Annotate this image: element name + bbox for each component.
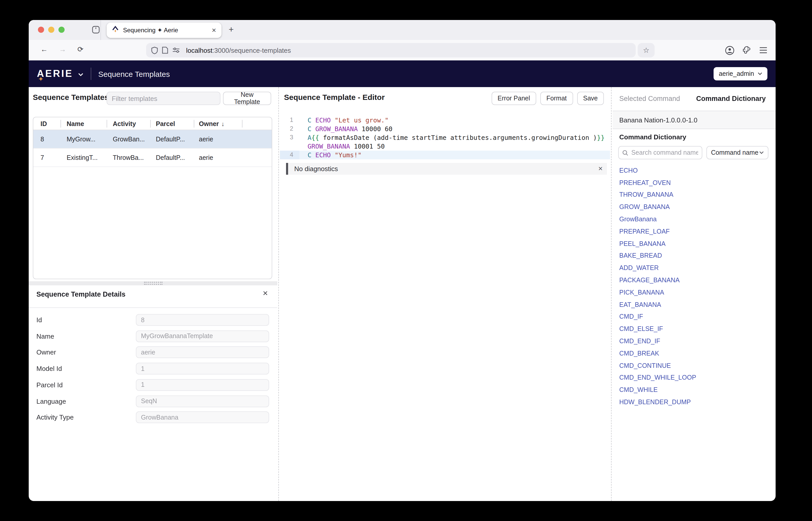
address-bar[interactable]: localhost:3000/sequence-templates (146, 43, 636, 58)
command-item[interactable]: ADD_WATER (613, 262, 775, 274)
column-header-owner[interactable]: Owner↓ (199, 117, 224, 130)
templates-table-header[interactable]: IDNameActivityParcelOwner↓ (33, 117, 272, 130)
column-header-parcel[interactable]: Parcel (156, 117, 175, 130)
command-item[interactable]: CMD_BREAK (613, 347, 775, 360)
detail-row: Name (29, 330, 277, 342)
cell-owner: aerie (199, 130, 213, 149)
command-item[interactable]: HDW_BLENDER_DUMP (613, 396, 775, 408)
diagnostics-message: No diagnostics (294, 165, 338, 173)
code-token: }} (597, 134, 605, 141)
filter-templates-input[interactable] (107, 92, 220, 105)
column-header-activity[interactable]: Activity (113, 117, 136, 130)
app-menu-chevron-down-icon[interactable] (78, 69, 83, 78)
code-token: {{ (311, 134, 319, 141)
command-item[interactable]: PEEL_BANANA (613, 238, 775, 250)
cell-name: ExistingT... (67, 149, 98, 167)
cell-name: MyGrow... (67, 130, 95, 149)
command-item[interactable]: CMD_WHILE (613, 384, 775, 396)
aerie-logo[interactable]: AERIE✦ (37, 68, 73, 80)
code-line[interactable]: GROW_BANANA 10001 50 (280, 142, 610, 151)
detail-input-activity-type (136, 411, 269, 423)
command-item[interactable]: GrowBanana (613, 213, 775, 225)
dictionary-section-title: Command Dictionary (619, 133, 686, 141)
shield-icon (151, 46, 158, 54)
detail-input-parcel-id (136, 379, 269, 391)
cell-activity: ThrowBa... (113, 149, 144, 167)
details-close-icon[interactable]: ✕ (262, 290, 268, 297)
command-item[interactable]: PACKAGE_BANANA (613, 274, 775, 286)
code-line[interactable]: 3A{{ formatAsDate (add-time startTime at… (280, 133, 610, 142)
permissions-icon[interactable] (172, 47, 180, 53)
error-panel-button[interactable]: Error Panel (491, 92, 536, 105)
column-separator (194, 120, 194, 128)
line-number: 3 (280, 133, 299, 142)
titlebar-separator (101, 20, 101, 40)
code-line[interactable]: 4C ECHO "Yums!" (280, 151, 610, 159)
command-filter-select[interactable]: Command name (706, 146, 768, 159)
new-template-button[interactable]: New Template (223, 92, 271, 105)
command-item[interactable]: GROW_BANANA (613, 201, 775, 213)
table-row[interactable]: 8MyGrow...GrowBan...DefaultP...aerie (33, 130, 272, 149)
detail-label: Name (37, 330, 54, 342)
command-search-input[interactable] (631, 149, 698, 156)
command-search-box[interactable] (618, 146, 702, 159)
horizontal-splitter[interactable] (29, 281, 277, 285)
code-line[interactable]: 2C GROW_BANANA 10000 60 (280, 124, 610, 133)
navbar-divider (90, 68, 91, 80)
command-item[interactable]: PICK_BANANA (613, 286, 775, 299)
reload-button[interactable]: ⟳ (78, 45, 83, 53)
command-item[interactable]: ECHO (613, 164, 775, 177)
url-path: :3000/sequence-templates (213, 46, 291, 54)
templates-table-body: 8MyGrow...GrowBan...DefaultP...aerie7Exi… (33, 130, 272, 167)
command-item[interactable]: THROW_BANANA (613, 189, 775, 201)
close-window-button[interactable] (38, 27, 44, 33)
detail-row: Owner (29, 346, 277, 358)
code-text: A{{ formatAsDate (add-time startTime att… (299, 133, 605, 142)
browser-tab[interactable]: Sequencing ✦ Aerie ✕ (107, 23, 221, 38)
zoom-window-button[interactable] (59, 27, 65, 33)
command-item[interactable]: PREHEAT_OVEN (613, 177, 775, 189)
new-tab-button[interactable]: + (228, 24, 234, 35)
tab-selected-command[interactable]: Selected Command (619, 95, 680, 103)
tab-command-dictionary[interactable]: Command Dictionary (696, 95, 766, 103)
column-separator (61, 120, 61, 128)
user-menu-button[interactable]: aerie_admin (714, 67, 767, 81)
line-number: 1 (280, 116, 299, 124)
detail-row: Activity Type (29, 411, 277, 423)
firefox-view-icon[interactable] (91, 25, 101, 37)
vertical-splitter-right[interactable] (610, 87, 613, 501)
bookmark-star-icon[interactable]: ☆ (638, 43, 655, 58)
code-editor[interactable]: 1C ECHO "Let us grow."2C GROW_BANANA 100… (280, 116, 610, 159)
command-item[interactable]: EAT_BANANA (613, 299, 775, 311)
minimize-window-button[interactable] (48, 27, 54, 33)
command-item[interactable]: PREPARE_LOAF (613, 225, 775, 238)
column-header-name[interactable]: Name (67, 117, 84, 130)
command-item[interactable]: CMD_CONTINUE (613, 360, 775, 372)
diagnostics-close-icon[interactable]: ✕ (598, 165, 603, 172)
account-icon[interactable] (725, 45, 734, 55)
detail-label: Language (37, 395, 66, 407)
command-item[interactable]: CMD_END_WHILE_LOOP (613, 372, 775, 384)
tab-close-icon[interactable]: ✕ (212, 27, 216, 33)
command-item[interactable]: CMD_IF (613, 311, 775, 323)
table-row[interactable]: 7ExistingT...ThrowBa...DefaultP...aerie (33, 149, 272, 167)
cell-id: 8 (41, 130, 44, 149)
command-item[interactable]: CMD_ELSE_IF (613, 323, 775, 335)
back-button[interactable]: ← (41, 45, 48, 53)
details-panel-title: Sequence Template Details (37, 291, 126, 298)
command-item[interactable]: BAKE_BREAD (613, 250, 775, 262)
code-line[interactable]: 1C ECHO "Let us grow." (280, 116, 610, 124)
code-text: C ECHO "Let us grow." (299, 116, 389, 124)
extensions-puzzle-icon[interactable] (742, 46, 751, 55)
cell-activity: GrowBan... (113, 130, 145, 149)
column-header-id[interactable]: ID (41, 117, 47, 130)
command-item[interactable]: CMD_END_IF (613, 335, 775, 347)
search-icon (622, 149, 628, 156)
hamburger-menu-icon[interactable] (759, 47, 767, 54)
format-button[interactable]: Format (540, 92, 573, 105)
code-token: "Yums!" (334, 151, 361, 159)
save-button[interactable]: Save (577, 92, 604, 105)
code-text: C ECHO "Yums!" (299, 151, 361, 159)
vertical-splitter-left[interactable] (277, 87, 280, 501)
page-title: Sequence Templates (98, 69, 170, 78)
